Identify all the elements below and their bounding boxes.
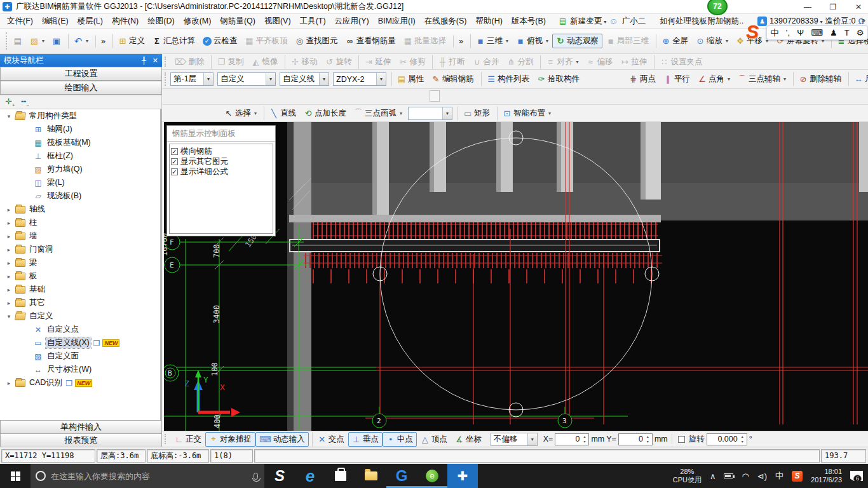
tree-door-window-folder[interactable]: ▸ 门窗洞 [0,243,160,256]
intersection-snap-toggle[interactable]: ✕ 交点 [312,432,348,447]
taskbar-green-app[interactable]: e [417,464,447,488]
stretch-button[interactable]: ↦ 拉伸 [616,55,651,69]
menu-file[interactable]: 文件(F) [3,14,37,28]
project-settings-button[interactable]: 工程设置 [0,67,162,81]
three-point-arc-button[interactable]: ⌒ 三点画弧 [350,105,406,121]
summary-calc-button[interactable]: Σ 汇总计算 [149,34,199,48]
parallel-axis-button[interactable]: ∥ 平行 [660,72,694,86]
select-tool-button[interactable]: ↖ 选择 [220,106,261,121]
toolbar-drag-handle[interactable] [165,72,166,85]
rectangle-tool-button[interactable]: ▭ 矩形 [458,106,494,121]
tree-frame-column[interactable]: ⊥ 框柱(Z) [0,149,160,163]
keyboard-icon[interactable]: ⌨ [811,28,823,37]
hidden-icons-chevron[interactable]: ∧ [710,471,716,481]
draw-input-button[interactable]: 绘图输入 [0,81,162,95]
tree-dim-mark[interactable]: ↔ 尺寸标注(W) [0,363,160,376]
tree-beam-folder[interactable]: ▸ 梁 [0,256,160,269]
save-button[interactable]: ▣ [48,34,65,48]
minimize-button[interactable]: — [802,3,813,11]
tree-slab-folder[interactable]: ▸ 板 [0,269,160,283]
apostrophe-icon[interactable]: ’, [786,28,790,37]
taskbar-store[interactable] [325,464,356,488]
axis-bubble-e[interactable]: E [165,257,180,273]
rotate-checkbox[interactable] [678,436,685,443]
speaker-icon[interactable]: ⊲) [757,471,767,481]
line-tool-button[interactable]: ╲ 直线 [264,106,300,121]
checkbox-icon[interactable] [171,148,178,155]
mic-icon[interactable] [254,473,258,480]
checkbox-horizontal-rebar[interactable]: 横向钢筋 [171,146,271,156]
define-button[interactable]: ⊞ 定义 [112,34,149,48]
cloud-check-button[interactable]: ✓ 云检查 [199,34,241,48]
chevron-down-icon[interactable]: ▾ [442,107,452,119]
battery-icon[interactable] [724,473,733,478]
delete-aux-axis-button[interactable]: ⊘ 删除辅轴 [793,72,845,86]
arc-extra-select[interactable]: ▾ [408,107,452,120]
tree-common-types[interactable]: ▾ 常用构件类型 [0,109,160,123]
report-preview-button[interactable]: 报表预览 [0,433,162,447]
checkbox-show-formula[interactable]: 显示详细公式 [171,166,271,177]
expander-icon[interactable]: ▸ [5,207,13,213]
zh-icon[interactable]: 中 [771,27,779,39]
tree-custom-folder[interactable]: ▾ 自定义 [0,309,160,323]
tree-custom-line[interactable]: ▭ 自定义线(X) ❒ NEW [0,336,160,349]
taskbar-clock[interactable]: 18:012017/6/23 [811,468,842,484]
three-point-aux-axis-button[interactable]: ⌒ 三点辅轴 [734,72,790,87]
rebar-display-panel[interactable]: 钢筋显示控制面板 横向钢筋 显示其它图元 显示详细公式 [166,125,276,236]
menu-help[interactable]: 帮助(H) [471,14,506,28]
menu-tools[interactable]: 工具(T) [295,14,330,28]
tree-wall-folder[interactable]: ▸ 墙 [0,229,160,243]
toolbar-overflow-2[interactable]: » [453,35,467,48]
undo-button[interactable]: ↶ [68,34,92,49]
menu-component[interactable]: 构件(N) [107,14,143,28]
dynamic-observe-button[interactable]: ↻ 动态观察 [552,34,602,48]
taskbar-ggj-active[interactable]: ✚ [447,464,478,488]
sogou-toolbar[interactable]: 中 ’, Ψ ⌨ ♟ T ⚙ [766,25,868,40]
news-ticker[interactable]: 如何处理筏板附加钢筋.. [660,16,743,27]
tree-custom-point[interactable]: ✕ 自定义点 [0,323,160,336]
y-coord-input[interactable]: 0▴▾ [618,433,653,445]
align-button[interactable]: ≡ 对齐 [540,55,582,69]
x-coord-input[interactable]: 0▴▾ [555,433,589,445]
menu-view[interactable]: 视图(V) [260,14,295,28]
cpu-usage[interactable]: 28%CPU使用 [673,468,702,484]
split-button[interactable]: ⋔ 分割 [503,55,537,69]
tree-column-folder[interactable]: ▸ 柱 [0,216,160,229]
tree-foundation-folder[interactable]: ▸ 基础 [0,283,160,296]
extend-button[interactable]: ⇥ 延伸 [358,55,395,69]
menu-rebar-qty[interactable]: 钢筋量(Q) [215,14,260,28]
midpoint-snap-toggle[interactable]: • 中点 [383,432,417,447]
batch-select-button[interactable]: ▦ 批量选择 [400,34,450,48]
chevron-down-icon[interactable]: ▾ [203,73,213,85]
expander-icon[interactable]: ▸ [5,220,13,226]
menubar-overflow-chevron[interactable]: » [861,16,865,25]
close-panel-icon[interactable]: ✕ [153,57,158,65]
smart-layout-button[interactable]: ⊡ 智能布置 [497,106,555,121]
open-button[interactable]: ▨ [26,34,48,48]
mirror-button[interactable]: ◭ 镜像 [247,55,281,69]
rebar-selection-band[interactable] [290,240,660,252]
element-select[interactable]: ZDYX-2 ▾ [333,72,386,86]
expander-icon[interactable]: ▸ [5,380,13,386]
view-rebar-button[interactable]: ∞ 查看钢筋量 [341,34,400,48]
wrench-icon[interactable]: ⚙ [857,28,864,37]
menu-cloud[interactable]: 云应用(Y) [330,14,374,28]
point-length-tool-button[interactable]: ⟲ 点加长度 [300,106,350,121]
toolbar-drag-handle[interactable] [6,32,7,50]
find-element-button[interactable]: ◎ 查找图元 [291,34,341,48]
menu-version[interactable]: 版本号(B) [507,14,550,28]
axis-bubble-3[interactable]: 3 [558,414,572,428]
taskbar-search[interactable] [31,464,264,488]
menu-modify[interactable]: 修改(M) [179,14,216,28]
checkbox-show-other-elements[interactable]: 显示其它图元 [171,156,271,166]
checkbox-icon[interactable] [171,168,178,175]
gxiaoer-button[interactable]: 广小二 [622,16,646,27]
trim-button[interactable]: ✂ 修剪 [395,55,429,69]
expand-all-icon[interactable]: ✛+ [5,97,15,108]
merge-button[interactable]: ∪ 合并 [468,55,503,69]
dimension-note-button[interactable]: ↔ 尺寸标注 [848,72,868,86]
chevron-down-icon[interactable]: ▾ [319,73,329,85]
expander-icon[interactable]: ▸ [5,233,13,240]
tree-cast-slab[interactable]: ▱ 现浇板(B) [0,189,160,203]
taskbar-glodon[interactable]: G [386,464,417,488]
